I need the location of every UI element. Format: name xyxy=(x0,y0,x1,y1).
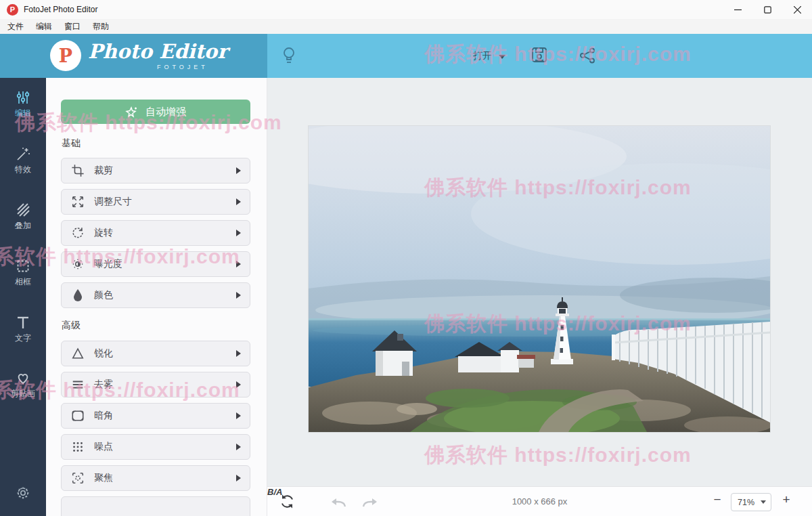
photo-canvas[interactable] xyxy=(309,126,770,432)
sidebar-item-label: 文字 xyxy=(0,332,46,344)
chevron-down-icon xyxy=(761,500,766,504)
sidebar-item-label: 相框 xyxy=(0,276,46,288)
chevron-down-icon[interactable] xyxy=(499,55,505,59)
color-icon xyxy=(70,288,85,303)
sidebar-item-label: 编辑 xyxy=(0,108,46,119)
tool-label: 锐化 xyxy=(94,347,113,360)
tool-label: 噪点 xyxy=(94,441,113,453)
minimize-button[interactable] xyxy=(723,0,752,19)
settings-button[interactable] xyxy=(0,485,46,501)
chevron-right-icon xyxy=(236,381,241,388)
sidebar-item-label: 剪贴画 xyxy=(0,388,46,400)
maximize-icon xyxy=(764,6,771,14)
exposure-icon xyxy=(70,257,85,272)
resize-icon xyxy=(70,194,85,209)
tool-label: 暗角 xyxy=(94,410,113,422)
tool-label: 旋转 xyxy=(94,227,113,239)
tool-label: 调整尺寸 xyxy=(94,196,132,208)
tool-focus[interactable]: 聚焦 xyxy=(61,465,250,491)
menu-window[interactable]: 窗口 xyxy=(58,19,87,34)
maximize-button[interactable] xyxy=(752,0,782,19)
tool-dehaze[interactable]: 去雾 xyxy=(61,372,250,397)
tool-label: 曝光度 xyxy=(94,258,122,270)
zoom-level-value: 71% xyxy=(731,498,761,507)
tool-vignette[interactable]: 暗角 xyxy=(61,403,250,429)
dehaze-icon xyxy=(70,377,85,392)
open-button[interactable]: 打开 xyxy=(473,50,492,62)
sidebar-item-edit[interactable]: 编辑 xyxy=(0,89,46,119)
focus-icon xyxy=(70,471,85,486)
tool-label: 颜色 xyxy=(94,289,113,301)
brand-name: Photo Editor xyxy=(88,40,227,63)
tips-button[interactable] xyxy=(281,47,296,66)
tool-resize[interactable]: 调整尺寸 xyxy=(61,189,250,215)
section-title-advanced: 高级 xyxy=(62,320,81,332)
chevron-right-icon xyxy=(236,230,241,236)
sidebar-item-frame[interactable]: 相框 xyxy=(0,258,46,288)
share-icon xyxy=(579,47,596,64)
tool-noise[interactable]: 噪点 xyxy=(61,434,250,460)
app-logo-icon: P xyxy=(7,4,18,16)
vignette-icon xyxy=(70,408,85,423)
tool-color[interactable]: 颜色 xyxy=(61,282,250,308)
share-button[interactable] xyxy=(579,47,596,64)
logo-area: P Photo Editor FOTOJET xyxy=(0,34,267,78)
frame-icon xyxy=(15,258,31,274)
close-button[interactable] xyxy=(782,0,812,19)
status-bar: B/A 1000 x 666 px − 71% + xyxy=(267,486,812,516)
stripes-icon xyxy=(15,202,31,218)
sidebar-item-effects[interactable]: 特效 xyxy=(0,146,46,175)
tool-sharpen[interactable]: 锐化 xyxy=(61,341,250,366)
menu-help[interactable]: 帮助 xyxy=(87,19,115,34)
sidebar-item-label: 叠加 xyxy=(0,220,46,232)
save-icon xyxy=(531,47,547,63)
tool-crop[interactable]: 裁剪 xyxy=(61,158,250,184)
auto-enhance-label: 自动增强 xyxy=(145,106,186,119)
menu-file[interactable]: 文件 xyxy=(1,19,30,34)
chevron-right-icon xyxy=(236,261,241,267)
sidebar-item-label: 特效 xyxy=(0,164,46,175)
tool-label: 裁剪 xyxy=(94,165,113,177)
chevron-right-icon xyxy=(236,350,241,357)
window-controls xyxy=(723,0,812,19)
tool-exposure[interactable]: 曝光度 xyxy=(61,251,250,277)
menubar: 文件 编辑 窗口 帮助 xyxy=(0,19,812,34)
menu-edit[interactable]: 编辑 xyxy=(30,19,58,34)
noise-icon xyxy=(70,439,85,454)
zoom-out-button[interactable]: − xyxy=(710,492,724,507)
rotate-icon xyxy=(70,225,85,240)
sidebar-item-text[interactable]: 文字 xyxy=(0,314,46,344)
tool-rotate[interactable]: 旋转 xyxy=(61,220,250,246)
crop-icon xyxy=(70,163,85,178)
sidebar-item-clipart[interactable]: 剪贴画 xyxy=(0,370,46,400)
minimize-icon xyxy=(734,6,742,14)
chevron-right-icon xyxy=(236,198,241,205)
sidebar-item-overlay[interactable]: 叠加 xyxy=(0,202,46,232)
nav-sidebar: 编辑 特效 叠加 相框 文字 剪贴画 xyxy=(0,78,46,516)
lighthouse-photo xyxy=(309,126,770,432)
heart-icon xyxy=(15,370,31,386)
text-icon xyxy=(15,314,31,330)
editor-canvas: B/A 1000 x 666 px − 71% + xyxy=(267,78,812,516)
fotojet-logo-icon: P xyxy=(50,40,81,71)
auto-enhance-button[interactable]: 自动增强 xyxy=(61,100,250,124)
tool-partial[interactable] xyxy=(61,496,250,516)
tool-label: 去雾 xyxy=(94,379,113,391)
chevron-right-icon xyxy=(236,292,241,299)
section-title-basic: 基础 xyxy=(62,137,81,150)
sharpen-icon xyxy=(70,346,85,361)
window-title: FotoJet Photo Editor xyxy=(24,5,97,14)
header-toolbar: 打开 xyxy=(267,34,812,78)
zoom-level-dropdown[interactable]: 71% xyxy=(731,493,771,511)
zoom-in-button[interactable]: + xyxy=(780,492,793,507)
close-icon xyxy=(794,6,801,14)
tool-label: 聚焦 xyxy=(94,472,113,484)
app-header: P Photo Editor FOTOJET 打开 xyxy=(0,34,812,78)
brand-subname: FOTOJET xyxy=(157,64,208,70)
save-button[interactable] xyxy=(531,47,547,63)
chevron-right-icon xyxy=(236,412,241,419)
chevron-right-icon xyxy=(236,444,241,450)
titlebar: P FotoJet Photo Editor xyxy=(0,0,812,19)
magic-wand-icon xyxy=(15,146,31,162)
edit-tool-panel: 自动增强 基础 裁剪 调整尺寸 旋转 xyxy=(46,78,267,516)
